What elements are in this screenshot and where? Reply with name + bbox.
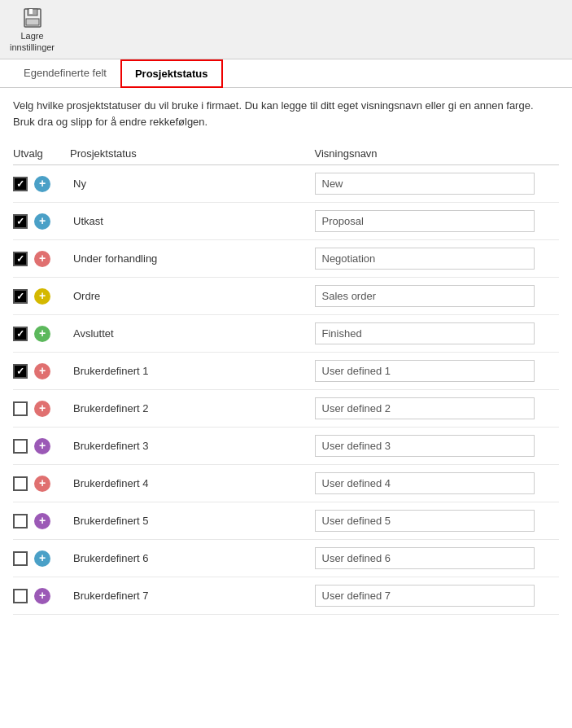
select-col-5: ✓+: [13, 363, 70, 379]
table-row: ✓+Ordre: [13, 278, 559, 315]
color-icon-4[interactable]: +: [34, 326, 50, 342]
status-name-4: Avsluttet: [70, 327, 315, 340]
display-input-8[interactable]: [315, 472, 535, 494]
project-status-table: Utvalg Prosjektstatus Visningsnavn ✓+Ny✓…: [0, 143, 572, 615]
select-col-2: ✓+: [13, 251, 70, 267]
display-col-7: [315, 435, 560, 457]
display-col-2: [315, 248, 560, 270]
checkbox-2[interactable]: ✓: [13, 252, 28, 266]
select-col-8: +: [13, 476, 70, 492]
display-input-9[interactable]: [315, 510, 535, 532]
tab-project-status[interactable]: Prosjektstatus: [120, 59, 223, 88]
display-input-3[interactable]: [315, 285, 535, 307]
display-input-6[interactable]: [315, 397, 535, 419]
color-icon-11[interactable]: +: [34, 588, 50, 604]
display-col-9: [315, 510, 560, 532]
svg-rect-2: [29, 9, 33, 14]
color-icon-2[interactable]: +: [34, 251, 50, 267]
select-col-6: +: [13, 401, 70, 417]
checkbox-8[interactable]: [13, 476, 28, 491]
display-col-4: [315, 322, 560, 344]
checkbox-3[interactable]: ✓: [13, 289, 28, 304]
display-col-1: [315, 210, 560, 232]
toolbar: Lagre innstillinger: [0, 0, 572, 59]
status-name-7: Brukerdefinert 3: [70, 440, 315, 452]
save-icon: [21, 7, 44, 29]
select-col-0: ✓+: [13, 176, 70, 192]
display-input-10[interactable]: [315, 547, 535, 569]
display-input-7[interactable]: [315, 435, 535, 457]
status-name-9: Brukerdefinert 5: [70, 515, 315, 527]
checkbox-5[interactable]: ✓: [13, 364, 28, 379]
display-input-4[interactable]: [315, 322, 535, 344]
status-name-3: Ordre: [70, 290, 315, 302]
checkbox-9[interactable]: [13, 514, 28, 528]
page-description: Velg hvilke prosjektstatuser du vil bruk…: [0, 88, 553, 143]
header-display: Visningsnavn: [315, 147, 560, 160]
table-header: Utvalg Prosjektstatus Visningsnavn: [13, 143, 559, 165]
display-col-6: [315, 397, 560, 419]
checkbox-11[interactable]: [13, 589, 28, 603]
table-row: +Brukerdefinert 5: [13, 502, 559, 540]
display-col-5: [315, 360, 560, 382]
display-col-3: [315, 285, 560, 307]
color-icon-9[interactable]: +: [34, 513, 50, 529]
table-row: ✓+Brukerdefinert 1: [13, 353, 559, 390]
display-input-5[interactable]: [315, 360, 535, 382]
header-status: Prosjektstatus: [70, 147, 315, 160]
save-label-line2: innstillinger: [10, 42, 55, 52]
color-icon-3[interactable]: +: [34, 288, 50, 305]
select-col-3: ✓+: [13, 288, 70, 305]
table-row: +Brukerdefinert 6: [13, 540, 559, 577]
display-input-2[interactable]: [315, 248, 535, 270]
table-row: +Brukerdefinert 2: [13, 390, 559, 428]
color-icon-0[interactable]: +: [34, 176, 50, 192]
checkbox-10[interactable]: [13, 551, 28, 566]
color-icon-10[interactable]: +: [34, 550, 50, 567]
save-button[interactable]: Lagre innstillinger: [10, 7, 55, 52]
checkbox-4[interactable]: ✓: [13, 327, 28, 341]
select-col-4: ✓+: [13, 326, 70, 342]
display-col-10: [315, 547, 560, 569]
table-row: ✓+Under forhandling: [13, 240, 559, 278]
color-icon-8[interactable]: +: [34, 476, 50, 492]
select-col-10: +: [13, 550, 70, 567]
status-name-0: Ny: [70, 178, 315, 190]
tab-custom-fields[interactable]: Egendefinerte felt: [10, 59, 120, 88]
save-label-line1: Lagre: [20, 31, 43, 41]
select-col-11: +: [13, 588, 70, 604]
color-icon-6[interactable]: +: [34, 401, 50, 417]
select-col-7: +: [13, 438, 70, 454]
select-col-9: +: [13, 513, 70, 529]
status-name-5: Brukerdefinert 1: [70, 365, 315, 377]
color-icon-1[interactable]: +: [34, 213, 50, 230]
status-name-6: Brukerdefinert 2: [70, 402, 315, 414]
display-input-0[interactable]: [315, 173, 535, 195]
status-name-1: Utkast: [70, 215, 315, 227]
header-select: Utvalg: [13, 147, 70, 160]
checkbox-0[interactable]: ✓: [13, 177, 28, 191]
tab-bar: Egendefinerte felt Prosjektstatus: [0, 59, 572, 88]
status-name-10: Brukerdefinert 6: [70, 552, 315, 564]
table-row: ✓+Ny: [13, 165, 559, 203]
color-icon-5[interactable]: +: [34, 363, 50, 379]
table-row: +Brukerdefinert 3: [13, 428, 559, 465]
display-input-1[interactable]: [315, 210, 535, 232]
display-input-11[interactable]: [315, 585, 535, 607]
display-col-11: [315, 585, 560, 607]
svg-rect-3: [26, 19, 39, 25]
status-name-2: Under forhandling: [70, 252, 315, 265]
status-name-11: Brukerdefinert 7: [70, 590, 315, 602]
checkbox-6[interactable]: [13, 401, 28, 416]
table-row: +Brukerdefinert 7: [13, 577, 559, 615]
checkbox-1[interactable]: ✓: [13, 214, 28, 229]
display-col-8: [315, 472, 560, 494]
status-name-8: Brukerdefinert 4: [70, 477, 315, 489]
select-col-1: ✓+: [13, 213, 70, 230]
rows-container: ✓+Ny✓+Utkast✓+Under forhandling✓+Ordre✓+…: [13, 165, 559, 615]
color-icon-7[interactable]: +: [34, 438, 50, 454]
table-row: ✓+Utkast: [13, 203, 559, 240]
checkbox-7[interactable]: [13, 439, 28, 454]
table-row: +Brukerdefinert 4: [13, 465, 559, 502]
table-row: ✓+Avsluttet: [13, 315, 559, 353]
